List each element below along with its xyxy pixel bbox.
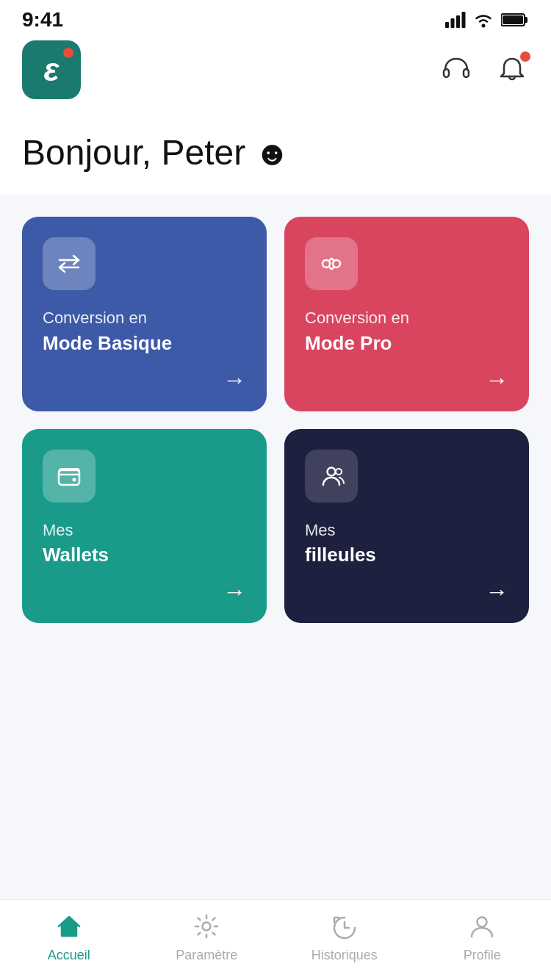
svg-point-4 [482, 24, 486, 28]
svg-point-20 [478, 918, 487, 927]
card-filleules-label: Mes [305, 520, 508, 541]
nav-label-accueil: Accueil [48, 948, 90, 963]
support-button[interactable] [439, 53, 473, 87]
logo[interactable]: ε [22, 40, 81, 99]
card-pro-label: Conversion en [305, 308, 508, 329]
card-filleules[interactable]: Mes filleules → [284, 429, 529, 624]
card-basic-arrow: → [43, 367, 246, 394]
header: ε [0, 37, 551, 103]
svg-rect-14 [59, 470, 79, 485]
svg-rect-9 [464, 69, 469, 77]
battery-icon [501, 12, 529, 27]
svg-rect-2 [456, 15, 460, 28]
nav-label-parametre: Paramètre [176, 948, 237, 963]
signal-icon [445, 12, 466, 28]
svg-point-17 [336, 469, 342, 475]
card-icon-bg-filleules [305, 450, 358, 502]
card-icon-bg-pro [305, 237, 358, 290]
nav-label-profile: Profile [464, 948, 501, 963]
wifi-icon [473, 12, 494, 28]
card-pro-arrow: → [305, 367, 508, 394]
svg-rect-6 [525, 17, 527, 23]
greeting-smiley: ☻ [254, 133, 289, 173]
notification-badge [520, 51, 530, 62]
nav-item-profile[interactable]: Profile [414, 909, 552, 963]
cards-grid: Conversion en Mode Basique → Conversion … [0, 195, 551, 623]
transfer-icon [55, 250, 83, 278]
wallet-icon [55, 462, 83, 490]
card-filleules-arrow: → [305, 578, 508, 605]
home-icon [54, 909, 84, 943]
greeting-section: Bonjour, Peter ☻ [0, 103, 551, 195]
nav-item-accueil[interactable]: Accueil [0, 909, 138, 963]
history-icon [330, 909, 359, 943]
status-icons [445, 12, 529, 28]
pro-mode-icon [317, 250, 345, 278]
card-wallets-arrow: → [43, 578, 246, 605]
svg-rect-0 [445, 22, 449, 28]
profile-icon [467, 909, 497, 943]
card-wallets-label-bold: Wallets [43, 544, 246, 566]
status-bar: 9:41 [0, 0, 551, 37]
card-basic-label-bold: Mode Basique [43, 332, 246, 355]
card-wallets[interactable]: Mes Wallets → [22, 429, 267, 624]
svg-rect-1 [451, 18, 455, 28]
svg-point-12 [323, 260, 330, 267]
card-basic-mode[interactable]: Conversion en Mode Basique → [22, 217, 267, 411]
logo-dot [63, 48, 73, 58]
header-actions [439, 53, 529, 87]
bottom-nav: Accueil Paramètre Historiques [0, 899, 551, 980]
nav-label-historiques: Historiques [311, 948, 378, 963]
card-icon-bg-basic [43, 237, 96, 290]
card-pro-mode[interactable]: Conversion en Mode Pro → [284, 217, 529, 411]
card-wallets-label: Mes [43, 520, 246, 541]
card-filleules-label-bold: filleules [305, 544, 508, 566]
status-time: 9:41 [22, 8, 63, 32]
svg-rect-18 [66, 929, 72, 936]
nav-item-historiques[interactable]: Historiques [276, 909, 414, 963]
svg-point-13 [333, 260, 340, 267]
notification-button[interactable] [495, 53, 529, 87]
nav-item-parametre[interactable]: Paramètre [138, 909, 276, 963]
card-basic-label: Conversion en [43, 308, 246, 329]
settings-icon [192, 909, 221, 943]
svg-point-15 [73, 478, 76, 481]
greeting-text: Bonjour, Peter ☻ [22, 132, 529, 173]
logo-letter: ε [43, 54, 59, 86]
svg-rect-8 [444, 69, 449, 77]
svg-rect-7 [503, 15, 523, 24]
group-icon [317, 462, 345, 490]
svg-rect-3 [462, 12, 466, 28]
headset-icon [439, 53, 473, 87]
svg-point-19 [203, 923, 211, 931]
greeting-label: Bonjour, Peter [22, 132, 245, 173]
svg-point-16 [328, 467, 336, 475]
card-icon-bg-wallets [43, 450, 96, 502]
card-pro-label-bold: Mode Pro [305, 332, 508, 355]
